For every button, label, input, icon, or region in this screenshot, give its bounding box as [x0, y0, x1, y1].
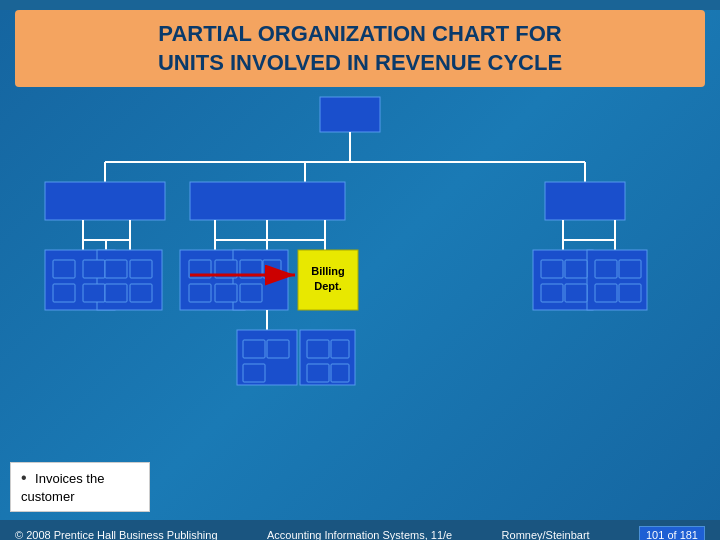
svg-rect-52 — [565, 260, 587, 278]
svg-rect-58 — [619, 284, 641, 302]
svg-rect-46 — [189, 284, 211, 302]
svg-rect-0 — [320, 97, 380, 132]
svg-rect-63 — [267, 340, 289, 358]
svg-rect-6 — [45, 182, 165, 220]
svg-rect-55 — [595, 260, 617, 278]
svg-rect-42 — [105, 284, 127, 302]
footer-bar: © 2008 Prentice Hall Business Publishing… — [0, 520, 720, 540]
footer-right: Romney/Steinbart — [502, 529, 590, 540]
main-container: PARTIAL ORGANIZATION CHART FOR UNITS INV… — [0, 10, 720, 540]
svg-rect-36 — [53, 260, 75, 278]
svg-rect-50 — [240, 284, 262, 302]
page-badge: 101 of 181 — [639, 526, 705, 540]
svg-rect-8 — [545, 182, 625, 220]
svg-rect-47 — [215, 284, 237, 302]
page-title: PARTIAL ORGANIZATION CHART FOR UNITS INV… — [30, 20, 690, 77]
title-line2: UNITS INVOLVED IN REVENUE CYCLE — [158, 50, 562, 75]
svg-rect-62 — [243, 340, 265, 358]
svg-rect-56 — [619, 260, 641, 278]
note-box: • Invoices the customer — [10, 462, 150, 512]
svg-rect-67 — [307, 364, 329, 382]
footer-center: Accounting Information Systems, 11/e — [267, 529, 452, 540]
note-area: • Invoices the customer — [10, 462, 150, 512]
svg-rect-51 — [541, 260, 563, 278]
svg-rect-40 — [105, 260, 127, 278]
org-chart-svg: .org-box { fill: #1a4fcc; stroke: #5599e… — [15, 92, 705, 432]
svg-text:Billing: Billing — [311, 265, 345, 277]
note-text: Invoices the customer — [21, 471, 104, 504]
svg-rect-66 — [331, 340, 349, 358]
footer-left: © 2008 Prentice Hall Business Publishing — [15, 529, 218, 540]
svg-rect-65 — [307, 340, 329, 358]
title-line1: PARTIAL ORGANIZATION CHART FOR — [158, 21, 561, 46]
svg-rect-7 — [190, 182, 345, 220]
svg-rect-64 — [243, 364, 265, 382]
svg-rect-53 — [541, 284, 563, 302]
svg-rect-41 — [130, 260, 152, 278]
svg-rect-39 — [83, 284, 105, 302]
svg-rect-68 — [331, 364, 349, 382]
title-box: PARTIAL ORGANIZATION CHART FOR UNITS INV… — [15, 10, 705, 87]
svg-rect-54 — [565, 284, 587, 302]
svg-rect-37 — [83, 260, 105, 278]
svg-rect-43 — [130, 284, 152, 302]
svg-rect-57 — [595, 284, 617, 302]
svg-text:Dept.: Dept. — [314, 280, 342, 292]
bullet: • — [21, 469, 27, 486]
svg-rect-38 — [53, 284, 75, 302]
